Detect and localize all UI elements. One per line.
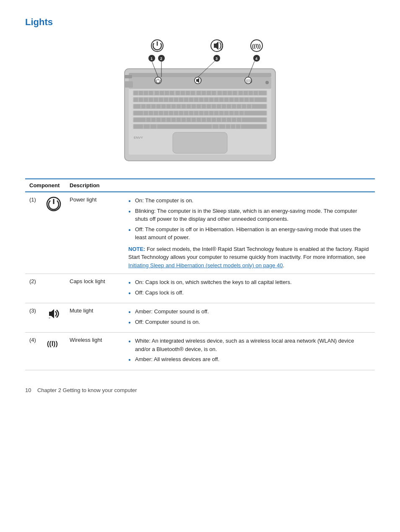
row-number: (1): [25, 192, 42, 274]
svg-rect-36: [134, 98, 138, 102]
description-item: Blinking: The computer is in the Sleep s…: [128, 207, 371, 223]
table-row: (1) Power lightOn: The computer is on.Bl…: [25, 192, 375, 274]
svg-rect-126: [237, 118, 241, 122]
svg-rect-48: [194, 98, 198, 102]
svg-rect-103: [229, 111, 234, 115]
svg-rect-22: [191, 91, 195, 95]
svg-rect-27: [218, 91, 222, 95]
svg-marker-168: [49, 309, 54, 318]
svg-rect-16: [160, 91, 164, 95]
svg-rect-58: [244, 98, 249, 102]
svg-rect-52: [214, 98, 218, 102]
svg-rect-87: [149, 111, 153, 115]
svg-rect-136: [236, 124, 240, 129]
row-number: (2): [25, 274, 42, 303]
svg-rect-118: [197, 118, 201, 122]
svg-rect-110: [156, 118, 161, 122]
svg-rect-135: [231, 124, 235, 129]
svg-text:((I)): ((I)): [246, 79, 252, 83]
svg-rect-89: [159, 111, 163, 115]
svg-rect-13: [144, 91, 148, 95]
svg-rect-134: [226, 124, 230, 129]
svg-text:((I)): ((I)): [252, 43, 261, 49]
svg-rect-109: [151, 118, 156, 122]
svg-text:3: 3: [216, 57, 218, 61]
svg-rect-102: [224, 111, 229, 115]
row-description: White: An integrated wireless device, su…: [124, 333, 375, 370]
row-component-name: Power light: [65, 192, 124, 274]
svg-rect-94: [184, 111, 188, 115]
svg-rect-138: [173, 132, 227, 153]
svg-rect-61: [134, 104, 140, 108]
svg-rect-51: [209, 98, 213, 102]
svg-rect-123: [222, 118, 226, 122]
svg-rect-91: [169, 111, 173, 115]
svg-rect-33: [249, 91, 253, 95]
svg-rect-18: [170, 91, 174, 95]
row-description: On: Caps lock is on, which switches the …: [124, 274, 375, 303]
row-icon: [42, 303, 65, 333]
svg-rect-56: [234, 98, 239, 102]
row-number: (4): [25, 333, 42, 370]
svg-rect-98: [204, 111, 208, 115]
svg-rect-81: [237, 104, 241, 108]
svg-rect-24: [202, 91, 206, 95]
svg-rect-43: [169, 98, 173, 102]
svg-rect-21: [186, 91, 190, 95]
svg-rect-32: [244, 91, 248, 95]
svg-rect-47: [189, 98, 193, 102]
row-component-name: Caps lock light: [65, 274, 124, 303]
page-title: Lights: [25, 17, 375, 28]
svg-rect-20: [181, 91, 185, 95]
svg-rect-64: [151, 104, 156, 108]
svg-rect-78: [222, 104, 226, 108]
svg-rect-23: [197, 91, 201, 95]
svg-rect-57: [239, 98, 244, 102]
svg-rect-70: [182, 104, 186, 108]
svg-rect-107: [134, 118, 145, 122]
table-row: (2)Caps lock lightOn: Caps lock is on, w…: [25, 274, 375, 303]
svg-rect-71: [187, 104, 191, 108]
svg-rect-128: [134, 124, 143, 129]
svg-rect-100: [214, 111, 218, 115]
svg-rect-46: [184, 98, 188, 102]
svg-rect-59: [249, 98, 254, 102]
row-icon: ((I)): [42, 333, 65, 370]
svg-rect-84: [252, 104, 266, 108]
svg-text:2: 2: [160, 57, 162, 61]
svg-rect-125: [232, 118, 236, 122]
svg-rect-15: [155, 91, 159, 95]
description-item: Off: The computer is off or in Hibernati…: [128, 225, 371, 242]
row-icon: [42, 192, 65, 274]
description-item: On: The computer is on.: [128, 196, 371, 205]
description-item: Amber: Computer sound is off.: [128, 307, 371, 316]
svg-rect-124: [227, 118, 231, 122]
svg-rect-104: [234, 111, 239, 115]
svg-rect-31: [239, 91, 243, 95]
svg-rect-80: [232, 104, 236, 108]
svg-rect-42: [164, 98, 168, 102]
row-description: Amber: Computer sound is off.Off: Comput…: [124, 303, 375, 333]
svg-rect-137: [241, 124, 266, 129]
svg-rect-60: [255, 98, 266, 102]
row-number: (3): [25, 303, 42, 333]
description-item: On: Caps lock is on, which switches the …: [128, 278, 371, 287]
svg-rect-121: [212, 118, 216, 122]
footer-page-num: 10: [25, 387, 31, 393]
svg-rect-12: [139, 91, 143, 95]
svg-text:1: 1: [151, 57, 153, 61]
svg-rect-105: [239, 111, 244, 115]
svg-rect-117: [192, 118, 196, 122]
note-link[interactable]: Initiating Sleep and Hibernation (select…: [128, 262, 283, 269]
svg-rect-40: [154, 98, 158, 102]
svg-rect-50: [204, 98, 208, 102]
svg-rect-62: [141, 104, 145, 108]
svg-rect-49: [199, 98, 203, 102]
svg-rect-38: [144, 98, 148, 102]
svg-rect-79: [227, 104, 231, 108]
row-description: On: The computer is on.Blinking: The com…: [124, 192, 375, 274]
description-item: Amber: All wireless devices are off.: [128, 355, 371, 364]
svg-rect-34: [254, 91, 258, 95]
svg-rect-92: [174, 111, 178, 115]
svg-rect-90: [164, 111, 168, 115]
